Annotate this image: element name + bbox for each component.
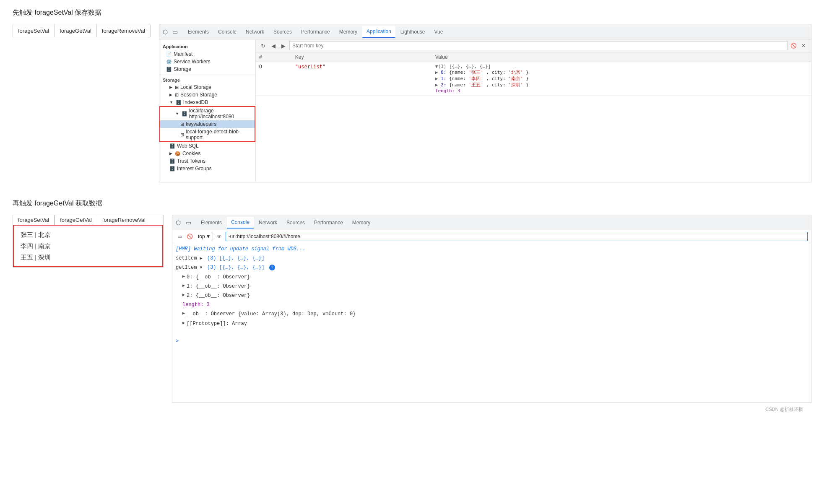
- bottom-section-title: 再触发 forageGetVal 获取数据: [13, 199, 811, 208]
- console-get-item-line[interactable]: getItem ▼ (3) [{…}, {…}, {…}] i: [176, 263, 808, 273]
- clear-console-icon[interactable]: 🚫: [186, 233, 193, 240]
- value-item-2: ▶ 2: {name: '王五' , city: '深圳' }: [435, 82, 808, 88]
- session-storage-triangle: ▶: [169, 93, 172, 97]
- bottom-btn-remove[interactable]: forageRemoveVal: [97, 215, 151, 225]
- col-key: Key: [292, 52, 432, 62]
- trust-tokens-icon: 🗄️: [169, 158, 175, 164]
- tab-sources[interactable]: Sources: [269, 26, 296, 37]
- console-tab-elements[interactable]: Elements: [197, 217, 226, 228]
- bottom-btn-set[interactable]: forageSetVal: [13, 215, 55, 225]
- clear-btn[interactable]: 🚫: [789, 42, 798, 50]
- prev-btn[interactable]: ◀: [269, 42, 278, 50]
- prototype-text: [[Prototype]]: Array: [187, 320, 808, 328]
- sidebar-storage-item[interactable]: 🗄️ Storage: [159, 65, 255, 73]
- sidebar-blob-support[interactable]: ⊞ local-forage-detect-blob-support: [160, 128, 255, 141]
- console-ob-line[interactable]: ▶ __ob__: Observer {value: Array(3), dep…: [176, 310, 808, 319]
- devtools-application-panel: ⬡ ▭ Elements Console Network Sources Per…: [159, 24, 811, 182]
- tab-vue[interactable]: Vue: [430, 26, 447, 37]
- sidebar-service-workers[interactable]: ⚙️ Service Workers: [159, 58, 255, 65]
- cookies-icon: 🍪: [175, 151, 181, 156]
- tab-console[interactable]: Console: [214, 26, 241, 37]
- top-selector[interactable]: top ▼: [196, 233, 213, 240]
- console-prototype-line[interactable]: ▶ [[Prototype]]: Array: [176, 320, 808, 329]
- console-tab-network[interactable]: Network: [255, 217, 281, 228]
- top-label: top: [198, 234, 205, 239]
- bottom-btn-get[interactable]: forageGetVal: [55, 215, 97, 225]
- top-btn-set[interactable]: forageSetVal: [13, 24, 55, 37]
- console-tab-memory[interactable]: Memory: [348, 217, 374, 228]
- sidebar-manifest-label: Manifest: [174, 51, 192, 57]
- sidebar-localforage[interactable]: ▼ 🗄️ localforage - http://localhost:8080: [160, 107, 255, 120]
- sidebar-blob-support-label: local-forage-detect-blob-support: [186, 129, 251, 140]
- table-container: # Key Value 0 "userList": [256, 52, 811, 182]
- sidebar-indexeddb-label: IndexedDB: [183, 99, 208, 105]
- sidebar-service-workers-label: Service Workers: [174, 59, 211, 65]
- storage-group-header: Storage: [159, 77, 255, 83]
- keyvaluepairs-icon: ⊞: [180, 122, 184, 127]
- session-storage-icon: ⊞: [175, 92, 179, 98]
- console-device-icon[interactable]: ▭: [184, 218, 192, 227]
- sidebar-keyvaluepairs-label: keyvaluepairs: [186, 121, 216, 127]
- console-hmr-line: [HMR] Waiting for update signal from WDS…: [176, 245, 808, 254]
- cursor-icon[interactable]: ⬡: [161, 28, 169, 36]
- devtools-body: Application 📄 Manifest ⚙️ Service Worker…: [159, 39, 811, 182]
- top-btn-get[interactable]: forageGetVal: [55, 24, 97, 37]
- localforage-icon: 🗄️: [182, 111, 187, 117]
- data-results-list: 张三 | 北京 李四 | 南京 王五 | 深圳: [13, 225, 163, 267]
- console-cursor-icon[interactable]: ⬡: [174, 218, 182, 227]
- console-tab-console[interactable]: Console: [227, 217, 254, 229]
- console-item-1[interactable]: ▶ 1: {__ob__: Observer}: [176, 282, 808, 291]
- next-btn[interactable]: ▶: [279, 42, 288, 50]
- console-filter-input[interactable]: [226, 232, 808, 241]
- sidebar-session-storage[interactable]: ▶ ⊞ Session Storage: [159, 91, 255, 99]
- eye-icon[interactable]: 👁: [216, 233, 223, 240]
- set-item-text: setItem ▶ (3) [{…}, {…}, {…}]: [176, 255, 808, 262]
- console-tab-performance[interactable]: Performance: [310, 217, 347, 228]
- table-row[interactable]: 0 "userList" ▼(3) [{…}, {…}, {…}] ▶ 0: {…: [256, 62, 811, 96]
- data-table: # Key Value 0 "userList": [256, 52, 811, 96]
- sidebar-interest-groups[interactable]: 🗄️ Interest Groups: [159, 165, 255, 172]
- ob-text: __ob__: Observer {value: Array(3), dep: …: [187, 310, 808, 318]
- close-btn[interactable]: ✕: [799, 42, 808, 50]
- tab-elements[interactable]: Elements: [184, 26, 213, 37]
- top-btn-remove[interactable]: forageRemoveVal: [97, 24, 150, 37]
- length-text: length: 3: [182, 301, 808, 309]
- console-body: [HMR] Waiting for update signal from WDS…: [172, 243, 811, 403]
- console-toolbar: ▭ 🚫 top ▼ 👁: [172, 230, 811, 243]
- tab-lighthouse[interactable]: Lighthouse: [396, 26, 429, 37]
- start-from-key-input[interactable]: [289, 41, 788, 50]
- local-storage-icon: ⊞: [175, 85, 179, 90]
- devtools-tab-icons: ⬡ ▭: [161, 28, 179, 36]
- tab-network[interactable]: Network: [242, 26, 268, 37]
- tab-performance[interactable]: Performance: [297, 26, 334, 37]
- sidebar-toggle-icon[interactable]: ▭: [176, 233, 183, 240]
- device-icon[interactable]: ▭: [171, 28, 179, 36]
- sidebar-app-header: Application: [159, 43, 255, 50]
- manifest-icon: 📄: [166, 52, 172, 57]
- sidebar-keyvaluepairs[interactable]: ⊞ keyvaluepairs: [160, 120, 255, 128]
- sidebar-trust-tokens[interactable]: 🗄️ Trust Tokens: [159, 157, 255, 165]
- top-dropdown-icon: ▼: [206, 234, 211, 239]
- sidebar-manifest[interactable]: 📄 Manifest: [159, 50, 255, 58]
- console-length-line: length: 3: [176, 301, 808, 310]
- data-list-item-2: 王五 | 深圳: [21, 252, 156, 263]
- console-set-item-line[interactable]: setItem ▶ (3) [{…}, {…}, {…}]: [176, 254, 808, 263]
- console-item-0[interactable]: ▶ 0: {__ob__: Observer}: [176, 273, 808, 282]
- sidebar-interest-groups-label: Interest Groups: [177, 166, 212, 171]
- sidebar-web-sql[interactable]: 🗄️ Web SQL: [159, 142, 255, 150]
- devtools-tab-bar: ⬡ ▭ Elements Console Network Sources Per…: [159, 24, 811, 39]
- console-tab-sources[interactable]: Sources: [282, 217, 309, 228]
- console-spacer: [176, 329, 808, 337]
- sidebar-indexeddb[interactable]: ▼ 🗄️ IndexedDB: [159, 99, 255, 106]
- tab-application[interactable]: Application: [362, 26, 395, 38]
- cell-value: ▼(3) [{…}, {…}, {…}] ▶ 0: {name: '张三' , …: [432, 62, 811, 96]
- sidebar-local-storage[interactable]: ▶ ⊞ Local Storage: [159, 83, 255, 91]
- col-value: Value: [432, 52, 811, 62]
- item-0-text: 0: {__ob__: Observer}: [187, 273, 808, 281]
- refresh-btn[interactable]: ↻: [259, 42, 268, 50]
- tab-memory[interactable]: Memory: [335, 26, 361, 37]
- console-prompt-line[interactable]: >: [176, 337, 808, 346]
- indexeddb-icon: 🗄️: [176, 100, 182, 105]
- console-item-2[interactable]: ▶ 2: {__ob__: Observer}: [176, 291, 808, 301]
- sidebar-cookies[interactable]: ▶ 🍪 Cookies: [159, 150, 255, 157]
